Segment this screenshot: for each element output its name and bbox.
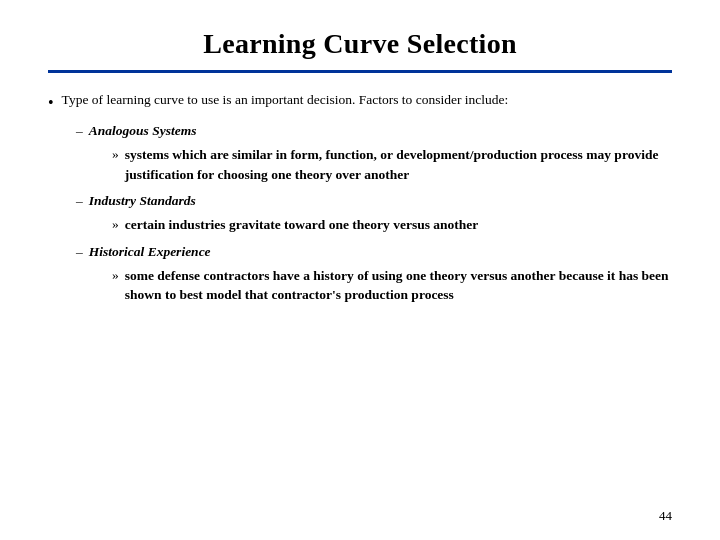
slide-title: Learning Curve Selection bbox=[48, 28, 672, 60]
industry-sub-1: » certain industries gravitate toward on… bbox=[112, 215, 672, 235]
historical-sub-1: » some defense contractors have a histor… bbox=[112, 266, 672, 305]
page-number: 44 bbox=[659, 508, 672, 524]
arrow-1: » bbox=[112, 145, 119, 184]
section-industry: – Industry Standards bbox=[76, 192, 672, 211]
section-analogous: – Analogous Systems bbox=[76, 122, 672, 141]
dash-3: – bbox=[76, 243, 83, 262]
section-historical: – Historical Experience bbox=[76, 243, 672, 262]
slide-content: • Type of learning curve to use is an im… bbox=[48, 91, 672, 520]
section-analogous-label: Analogous Systems bbox=[89, 122, 197, 141]
industry-sub-1-text: certain industries gravitate toward one … bbox=[125, 215, 672, 235]
historical-sub-1-text: some defense contractors have a history … bbox=[125, 266, 672, 305]
main-bullet-text: Type of learning curve to use is an impo… bbox=[62, 91, 672, 114]
arrow-2: » bbox=[112, 215, 119, 235]
dash-1: – bbox=[76, 122, 83, 141]
arrow-3: » bbox=[112, 266, 119, 305]
analogous-sub-1-text: systems which are similar in form, funct… bbox=[125, 145, 672, 184]
title-divider bbox=[48, 70, 672, 73]
section-historical-label: Historical Experience bbox=[89, 243, 211, 262]
slide: Learning Curve Selection • Type of learn… bbox=[0, 0, 720, 540]
dash-2: – bbox=[76, 192, 83, 211]
bullet-symbol: • bbox=[48, 92, 54, 114]
section-industry-label: Industry Standards bbox=[89, 192, 196, 211]
main-bullet: • Type of learning curve to use is an im… bbox=[48, 91, 672, 114]
analogous-sub-1: » systems which are similar in form, fun… bbox=[112, 145, 672, 184]
